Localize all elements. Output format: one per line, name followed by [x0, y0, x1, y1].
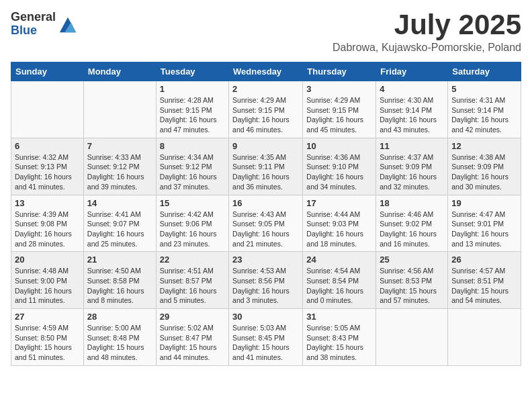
day-info: Sunrise: 4:46 AM Sunset: 9:02 PM Dayligh…	[380, 210, 444, 249]
day-number: 30	[232, 312, 299, 322]
day-number: 3	[306, 84, 372, 94]
day-info: Sunrise: 4:37 AM Sunset: 9:09 PM Dayligh…	[380, 152, 444, 192]
day-number: 1	[160, 84, 225, 94]
day-number: 14	[87, 198, 152, 208]
calendar-table: SundayMondayTuesdayWednesdayThursdayFrid…	[11, 62, 521, 366]
day-info: Sunrise: 4:35 AM Sunset: 9:11 PM Dayligh…	[232, 152, 299, 192]
day-number: 25	[380, 255, 444, 265]
calendar-cell: 18Sunrise: 4:46 AM Sunset: 9:02 PM Dayli…	[376, 195, 448, 252]
calendar-cell: 23Sunrise: 4:53 AM Sunset: 8:56 PM Dayli…	[229, 252, 303, 309]
header-saturday: Saturday	[448, 62, 521, 81]
calendar-cell: 15Sunrise: 4:42 AM Sunset: 9:06 PM Dayli…	[156, 195, 228, 252]
logo-general: General	[11, 11, 56, 24]
calendar-cell	[448, 309, 521, 366]
week-row-1: 1Sunrise: 4:28 AM Sunset: 9:15 PM Daylig…	[11, 81, 521, 138]
day-number: 6	[15, 141, 80, 151]
calendar-cell: 11Sunrise: 4:37 AM Sunset: 9:09 PM Dayli…	[376, 138, 448, 195]
calendar-cell: 10Sunrise: 4:36 AM Sunset: 9:10 PM Dayli…	[303, 138, 376, 195]
calendar-cell	[83, 81, 156, 138]
day-number: 31	[306, 312, 372, 322]
calendar-cell: 3Sunrise: 4:29 AM Sunset: 9:15 PM Daylig…	[303, 81, 376, 138]
day-info: Sunrise: 4:32 AM Sunset: 9:13 PM Dayligh…	[15, 152, 80, 192]
day-number: 11	[380, 141, 444, 151]
day-info: Sunrise: 4:30 AM Sunset: 9:14 PM Dayligh…	[380, 95, 444, 135]
calendar-cell: 14Sunrise: 4:41 AM Sunset: 9:07 PM Dayli…	[83, 195, 156, 252]
day-number: 17	[306, 198, 372, 208]
day-info: Sunrise: 4:56 AM Sunset: 8:53 PM Dayligh…	[380, 266, 444, 306]
day-number: 29	[160, 312, 225, 322]
calendar-cell: 1Sunrise: 4:28 AM Sunset: 9:15 PM Daylig…	[156, 81, 228, 138]
header-tuesday: Tuesday	[156, 62, 228, 81]
day-info: Sunrise: 4:38 AM Sunset: 9:09 PM Dayligh…	[451, 152, 517, 192]
day-info: Sunrise: 4:54 AM Sunset: 8:54 PM Dayligh…	[306, 266, 372, 306]
calendar-cell: 28Sunrise: 5:00 AM Sunset: 8:48 PM Dayli…	[83, 309, 156, 366]
title-block: July 2025 Dabrowa, Kujawsko-Pomorskie, P…	[332, 11, 521, 54]
day-info: Sunrise: 4:59 AM Sunset: 8:50 PM Dayligh…	[15, 323, 80, 363]
month-title: July 2025	[332, 11, 521, 39]
calendar-body: 1Sunrise: 4:28 AM Sunset: 9:15 PM Daylig…	[11, 81, 521, 366]
calendar-cell: 31Sunrise: 5:05 AM Sunset: 8:43 PM Dayli…	[303, 309, 376, 366]
day-info: Sunrise: 4:42 AM Sunset: 9:06 PM Dayligh…	[160, 210, 225, 249]
day-info: Sunrise: 4:29 AM Sunset: 9:15 PM Dayligh…	[306, 95, 372, 135]
calendar-cell: 26Sunrise: 4:57 AM Sunset: 8:51 PM Dayli…	[448, 252, 521, 309]
day-number: 16	[232, 198, 299, 208]
day-number: 7	[87, 141, 152, 151]
calendar-cell: 20Sunrise: 4:48 AM Sunset: 9:00 PM Dayli…	[11, 252, 84, 309]
header-friday: Friday	[376, 62, 448, 81]
calendar-cell: 8Sunrise: 4:34 AM Sunset: 9:12 PM Daylig…	[156, 138, 228, 195]
day-info: Sunrise: 4:28 AM Sunset: 9:15 PM Dayligh…	[160, 95, 225, 135]
calendar-cell	[376, 309, 448, 366]
logo-icon	[58, 15, 77, 34]
day-number: 27	[15, 312, 80, 322]
day-info: Sunrise: 4:31 AM Sunset: 9:14 PM Dayligh…	[451, 95, 517, 135]
day-info: Sunrise: 4:33 AM Sunset: 9:12 PM Dayligh…	[87, 152, 152, 192]
day-number: 21	[87, 255, 152, 265]
header-sunday: Sunday	[11, 62, 84, 81]
day-number: 12	[451, 141, 517, 151]
day-info: Sunrise: 4:41 AM Sunset: 9:07 PM Dayligh…	[87, 210, 152, 249]
calendar-cell: 21Sunrise: 4:50 AM Sunset: 8:58 PM Dayli…	[83, 252, 156, 309]
logo-blue: Blue	[11, 24, 56, 38]
day-number: 10	[306, 141, 372, 151]
calendar-cell: 19Sunrise: 4:47 AM Sunset: 9:01 PM Dayli…	[448, 195, 521, 252]
day-info: Sunrise: 4:43 AM Sunset: 9:05 PM Dayligh…	[232, 210, 299, 249]
calendar-cell: 24Sunrise: 4:54 AM Sunset: 8:54 PM Dayli…	[303, 252, 376, 309]
calendar-header: SundayMondayTuesdayWednesdayThursdayFrid…	[11, 62, 521, 81]
day-info: Sunrise: 4:39 AM Sunset: 9:08 PM Dayligh…	[15, 210, 80, 249]
header-thursday: Thursday	[303, 62, 376, 81]
day-number: 18	[380, 198, 444, 208]
week-row-3: 13Sunrise: 4:39 AM Sunset: 9:08 PM Dayli…	[11, 195, 521, 252]
calendar-cell: 6Sunrise: 4:32 AM Sunset: 9:13 PM Daylig…	[11, 138, 84, 195]
calendar-cell: 5Sunrise: 4:31 AM Sunset: 9:14 PM Daylig…	[448, 81, 521, 138]
logo: General Blue	[11, 11, 77, 38]
calendar-cell: 29Sunrise: 5:02 AM Sunset: 8:47 PM Dayli…	[156, 309, 228, 366]
week-row-4: 20Sunrise: 4:48 AM Sunset: 9:00 PM Dayli…	[11, 252, 521, 309]
day-number: 19	[451, 198, 517, 208]
day-info: Sunrise: 4:51 AM Sunset: 8:57 PM Dayligh…	[160, 266, 225, 306]
calendar-cell: 13Sunrise: 4:39 AM Sunset: 9:08 PM Dayli…	[11, 195, 84, 252]
calendar-cell: 7Sunrise: 4:33 AM Sunset: 9:12 PM Daylig…	[83, 138, 156, 195]
header-wednesday: Wednesday	[229, 62, 303, 81]
week-row-2: 6Sunrise: 4:32 AM Sunset: 9:13 PM Daylig…	[11, 138, 521, 195]
day-info: Sunrise: 5:03 AM Sunset: 8:45 PM Dayligh…	[232, 323, 299, 363]
calendar-cell: 25Sunrise: 4:56 AM Sunset: 8:53 PM Dayli…	[376, 252, 448, 309]
calendar-cell: 17Sunrise: 4:44 AM Sunset: 9:03 PM Dayli…	[303, 195, 376, 252]
calendar-cell: 30Sunrise: 5:03 AM Sunset: 8:45 PM Dayli…	[229, 309, 303, 366]
day-number: 15	[160, 198, 225, 208]
calendar-cell: 27Sunrise: 4:59 AM Sunset: 8:50 PM Dayli…	[11, 309, 84, 366]
day-info: Sunrise: 5:00 AM Sunset: 8:48 PM Dayligh…	[87, 323, 152, 363]
header-row: SundayMondayTuesdayWednesdayThursdayFrid…	[11, 62, 521, 81]
calendar-cell: 4Sunrise: 4:30 AM Sunset: 9:14 PM Daylig…	[376, 81, 448, 138]
day-number: 26	[451, 255, 517, 265]
header-monday: Monday	[83, 62, 156, 81]
day-info: Sunrise: 4:36 AM Sunset: 9:10 PM Dayligh…	[306, 152, 372, 192]
day-info: Sunrise: 4:34 AM Sunset: 9:12 PM Dayligh…	[160, 152, 225, 192]
day-number: 8	[160, 141, 225, 151]
week-row-5: 27Sunrise: 4:59 AM Sunset: 8:50 PM Dayli…	[11, 309, 521, 366]
calendar-cell: 22Sunrise: 4:51 AM Sunset: 8:57 PM Dayli…	[156, 252, 228, 309]
day-info: Sunrise: 4:48 AM Sunset: 9:00 PM Dayligh…	[15, 266, 80, 306]
calendar-cell: 9Sunrise: 4:35 AM Sunset: 9:11 PM Daylig…	[229, 138, 303, 195]
calendar-cell: 16Sunrise: 4:43 AM Sunset: 9:05 PM Dayli…	[229, 195, 303, 252]
day-number: 2	[232, 84, 299, 94]
calendar-cell	[11, 81, 84, 138]
